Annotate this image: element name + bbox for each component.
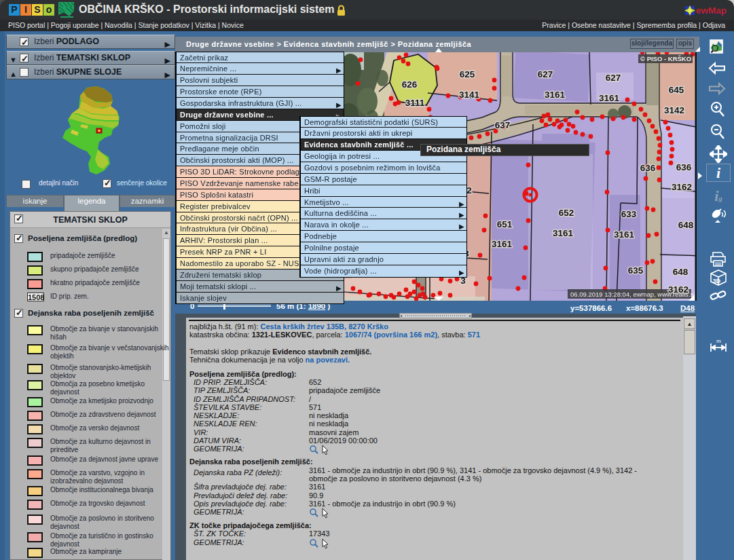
svg-text:648: 648	[678, 220, 694, 230]
svg-text:3161: 3161	[545, 90, 566, 100]
svg-text:3161: 3161	[492, 239, 513, 249]
svg-text:3161: 3161	[553, 228, 574, 238]
svg-text:m: m	[716, 338, 721, 344]
svg-text:© PISO - KRŠKO: © PISO - KRŠKO	[640, 55, 691, 62]
svg-text:2: 2	[466, 185, 472, 195]
svg-text:627: 627	[538, 69, 553, 79]
svg-text:651: 651	[497, 219, 513, 229]
svg-text:3D: 3D	[713, 278, 721, 284]
svg-text:3162: 3162	[668, 284, 689, 295]
svg-text:626: 626	[402, 79, 418, 90]
svg-text:627: 627	[606, 73, 621, 83]
svg-text:3161: 3161	[599, 93, 620, 103]
svg-text:3142: 3142	[664, 105, 684, 115]
svg-text:652: 652	[559, 208, 574, 218]
svg-text:636: 636	[640, 163, 656, 173]
svg-text:3161: 3161	[614, 229, 635, 240]
svg-text:625: 625	[460, 69, 475, 79]
svg-text:633: 633	[621, 209, 637, 219]
svg-text:3162: 3162	[672, 182, 692, 192]
svg-text:3111: 3111	[405, 98, 425, 108]
svg-text:648: 648	[673, 267, 689, 277]
svg-text:636: 636	[676, 162, 692, 172]
svg-text:635: 635	[628, 265, 644, 276]
svg-text:645: 645	[669, 85, 684, 95]
svg-text:637: 637	[495, 120, 511, 130]
svg-text:3141: 3141	[459, 90, 480, 100]
